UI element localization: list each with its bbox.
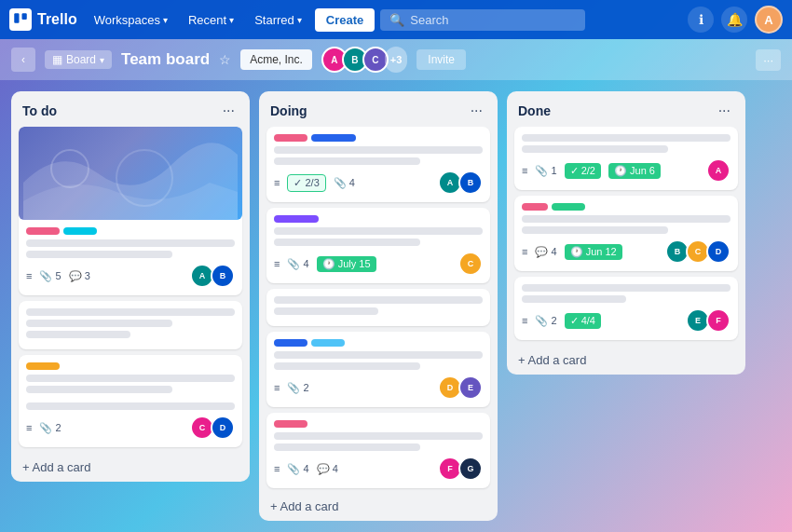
card-avatars: C D (190, 416, 235, 440)
label-green (552, 203, 585, 211)
search-box[interactable]: 🔍 Search (380, 9, 585, 31)
card-member-1[interactable]: C (458, 252, 483, 276)
card-badges: ≡ 📎 2 ✓ 4/4 (522, 313, 601, 329)
list-todo-menu[interactable]: ··· (219, 101, 239, 121)
badge-menu: ≡ (26, 422, 32, 433)
card-member-2[interactable]: B (458, 171, 483, 195)
card-text-line (522, 295, 626, 303)
card-todo-3-footer: ≡ 📎 2 C D (26, 416, 235, 440)
workspaces-button[interactable]: Workspaces ▾ (87, 9, 175, 31)
badge-attachments: 📎 1 (535, 165, 556, 177)
card-member-2[interactable]: F (706, 308, 731, 333)
card-text-line (274, 239, 420, 246)
card-done-2-labels (522, 203, 731, 211)
board-type-badge[interactable]: ▦ Board ▾ (45, 50, 112, 69)
card-text-line (274, 157, 420, 165)
card-done-2[interactable]: ≡ 💬 4 🕐 Jun 12 B C D (514, 196, 738, 271)
card-avatars: D E (438, 375, 483, 400)
card-todo-1[interactable]: ≡ 📎 5 💬 3 A B (19, 127, 242, 295)
badge-menu: ≡ (274, 463, 280, 474)
label-purple (274, 215, 319, 223)
card-text-line (26, 331, 130, 338)
card-member-2[interactable]: D (211, 416, 235, 440)
user-avatar[interactable]: A (755, 6, 783, 34)
label-cyan (63, 227, 97, 235)
card-text-2 (26, 251, 172, 258)
info-button[interactable]: ℹ (688, 7, 714, 33)
recent-button[interactable]: Recent ▾ (181, 9, 241, 31)
card-done-3[interactable]: ≡ 📎 2 ✓ 4/4 E F (514, 277, 738, 340)
board-type-chevron: ▾ (100, 55, 104, 65)
back-button[interactable]: ‹ (11, 48, 35, 72)
card-text-line (274, 443, 420, 451)
list-done-header: Done ··· (507, 91, 745, 127)
card-text-1 (26, 239, 235, 247)
starred-chevron: ▾ (297, 15, 302, 25)
list-done-body: ≡ 📎 1 ✓ 2/2 🕐 Jun 6 A (507, 127, 745, 346)
list-todo-header: To do ··· (11, 91, 250, 127)
badge-comments: 💬 4 (317, 463, 338, 475)
add-card-todo[interactable]: + Add a card (11, 453, 250, 482)
notifications-button[interactable]: 🔔 (721, 7, 747, 33)
card-text-line (522, 145, 668, 153)
card-todo-2[interactable] (19, 301, 242, 349)
badge-attachments: 📎 2 (39, 422, 61, 434)
badge-attachments: 📎 4 (287, 463, 308, 475)
top-navigation: Trello Workspaces ▾ Recent ▾ Starred ▾ C… (0, 0, 792, 39)
card-doing-3[interactable] (266, 289, 490, 326)
card-doing-4[interactable]: ≡ 📎 2 D E (266, 332, 490, 407)
card-text-line (274, 307, 378, 315)
add-card-doing[interactable]: + Add a card (259, 492, 498, 521)
list-done-menu[interactable]: ··· (715, 101, 734, 121)
board-more-button[interactable]: ··· (756, 49, 781, 71)
board-icon: ▦ (52, 53, 62, 66)
trello-logo[interactable]: Trello (9, 8, 77, 31)
badge-date: 🕐 July 15 (317, 256, 376, 272)
card-doing-2-footer: ≡ 📎 4 🕐 July 15 C (274, 252, 483, 276)
card-doing-4-footer: ≡ 📎 2 D E (274, 375, 483, 400)
card-doing-1[interactable]: ≡ ✓ 2/3 📎 4 A B (266, 127, 490, 202)
card-member-1[interactable]: A (706, 158, 731, 183)
card-avatars: E F (686, 308, 731, 333)
card-doing-2-labels (274, 215, 483, 223)
invite-button[interactable]: Invite (416, 49, 466, 70)
card-member-2[interactable]: B (211, 264, 235, 288)
card-done-1[interactable]: ≡ 📎 1 ✓ 2/2 🕐 Jun 6 A (514, 127, 738, 190)
card-text-line (26, 402, 235, 410)
badge-menu: ≡ (522, 246, 527, 257)
label-blue (311, 134, 356, 142)
label-blue (274, 339, 307, 347)
card-doing-2[interactable]: ≡ 📎 4 🕐 July 15 C (266, 208, 490, 283)
list-todo: To do ··· (11, 91, 250, 482)
card-done-1-footer: ≡ 📎 1 ✓ 2/2 🕐 Jun 6 A (522, 158, 731, 183)
badge-menu: ≡ (26, 270, 32, 281)
card-todo-1-footer: ≡ 📎 5 💬 3 A B (26, 264, 235, 288)
star-button[interactable]: ☆ (219, 52, 231, 67)
badge-attachments: 📎 4 (334, 177, 355, 189)
card-badges: ≡ 📎 2 (26, 422, 61, 434)
card-doing-1-footer: ≡ ✓ 2/3 📎 4 A B (274, 171, 483, 195)
members-count[interactable]: +3 (385, 47, 408, 73)
add-card-done[interactable]: + Add a card (507, 346, 745, 375)
card-done-3-footer: ≡ 📎 2 ✓ 4/4 E F (522, 308, 731, 333)
badge-attachments: 📎 2 (287, 382, 308, 394)
card-doing-5[interactable]: ≡ 📎 4 💬 4 F G (266, 413, 490, 488)
card-member-2[interactable]: E (458, 375, 483, 400)
card-text-line (522, 215, 731, 223)
list-done: Done ··· ≡ 📎 1 ✓ 2/2 🕐 Jun 6 A (507, 91, 745, 375)
create-button[interactable]: Create (315, 8, 375, 32)
board-header: ‹ ▦ Board ▾ Team board ☆ Acme, Inc. A B … (0, 39, 792, 80)
trello-wordmark: Trello (37, 11, 77, 28)
card-member-2[interactable]: G (458, 457, 483, 481)
list-doing-title: Doing (270, 103, 307, 118)
list-doing-menu[interactable]: ··· (467, 101, 486, 121)
card-avatars: C (458, 252, 483, 276)
starred-button[interactable]: Starred ▾ (247, 9, 309, 31)
workspace-badge[interactable]: Acme, Inc. (240, 49, 312, 70)
card-text-line (26, 375, 235, 382)
card-member-3[interactable]: D (706, 239, 731, 264)
card-todo-3[interactable]: ≡ 📎 2 C D (19, 355, 242, 447)
badge-attachments: 📎 5 (39, 270, 61, 282)
trello-icon (9, 8, 32, 31)
card-avatars: B C D (665, 239, 731, 264)
